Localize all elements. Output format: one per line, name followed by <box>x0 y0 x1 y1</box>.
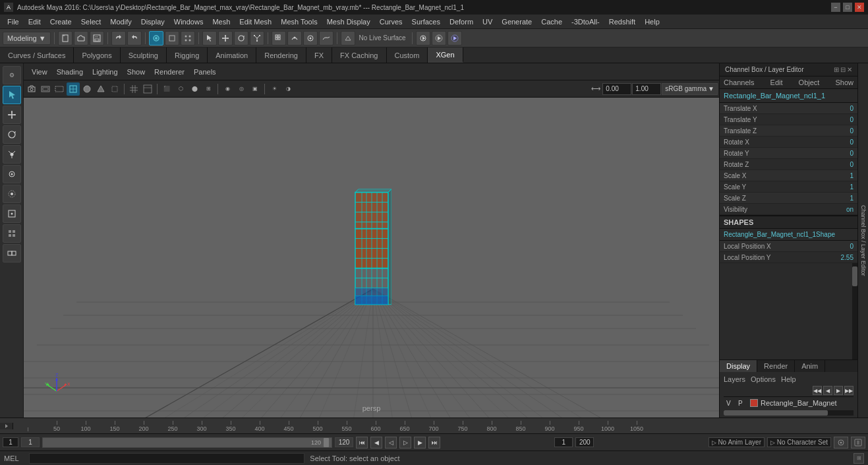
move-tool-button[interactable] <box>218 31 233 46</box>
select-component-button[interactable] <box>181 31 195 46</box>
cb-channels-menu[interactable]: Channels <box>724 78 754 86</box>
timeline-expand[interactable] <box>0 423 13 429</box>
vp-shading-menu[interactable]: Shading <box>53 67 87 77</box>
render-settings-button[interactable] <box>416 31 430 46</box>
vp-texture-icon[interactable]: ▣ <box>248 82 262 96</box>
menu-deform[interactable]: Deform <box>445 16 478 27</box>
layers-menu[interactable]: Layers <box>724 375 745 383</box>
panel-dock-icon[interactable]: ⊞ <box>834 66 839 73</box>
minimize-button[interactable]: − <box>831 3 840 12</box>
menu-help[interactable]: Help <box>640 16 664 27</box>
menu-edit[interactable]: Edit <box>24 16 45 27</box>
undo-button[interactable] <box>111 31 126 46</box>
cb-scrollbar[interactable] <box>852 263 857 359</box>
open-scene-button[interactable] <box>74 31 88 46</box>
vp-bounding-box-icon[interactable] <box>108 82 121 96</box>
new-scene-button[interactable] <box>58 31 72 46</box>
layer-nav-first[interactable]: ◀◀ <box>813 386 822 395</box>
select-tool-sidebar[interactable] <box>3 86 21 104</box>
soft-select-sidebar[interactable] <box>3 185 21 203</box>
tab-fx[interactable]: FX <box>306 47 332 63</box>
tab-fx-caching[interactable]: FX Caching <box>332 47 386 63</box>
last-tool-sidebar[interactable] <box>3 224 21 243</box>
live-surface-button[interactable] <box>341 31 355 46</box>
end-frame-input[interactable] <box>335 437 353 447</box>
snap-surface-button[interactable] <box>319 31 333 46</box>
range-start-input[interactable] <box>554 437 573 447</box>
render-button[interactable] <box>432 31 446 46</box>
menu-mesh[interactable]: Mesh <box>208 16 235 27</box>
menu-mesh-display[interactable]: Mesh Display <box>322 16 375 27</box>
menu-curves[interactable]: Curves <box>375 16 407 27</box>
tab-animation[interactable]: Animation <box>208 47 256 63</box>
panel-close-icon[interactable]: ✕ <box>847 66 852 73</box>
goto-start-button[interactable]: ⏮ <box>356 437 368 449</box>
layer-nav-prev[interactable]: ◀ <box>823 386 832 395</box>
vp-vertex-sel-icon[interactable]: ⬤ <box>188 82 201 96</box>
gamma-dropdown[interactable]: sRGB gamma ▼ <box>662 83 718 95</box>
brt-display-tab[interactable]: Display <box>720 360 757 372</box>
menu-select[interactable]: Select <box>76 16 106 27</box>
timeline-ruler[interactable]: 5010015020025030035040045050055060065070… <box>13 418 868 433</box>
vp-res-gate-icon[interactable] <box>53 82 66 96</box>
vp-uv-sel-icon[interactable]: ⊞ <box>202 82 215 96</box>
tab-curves-surfaces[interactable]: Curves / Surfaces <box>0 47 74 63</box>
menu-3dto-all[interactable]: -3DtoAll- <box>567 16 604 27</box>
layer-nav-next[interactable]: ▶ <box>834 386 843 395</box>
char-set-prefs-button[interactable] <box>851 437 865 449</box>
vp-field1-input[interactable] <box>602 83 631 95</box>
tab-rendering[interactable]: Rendering <box>256 47 306 63</box>
redo-button[interactable] <box>127 31 142 46</box>
vp-shadow-icon[interactable]: ◑ <box>281 82 295 96</box>
vp-wireframe-icon[interactable] <box>67 82 80 96</box>
menu-mesh-tools[interactable]: Mesh Tools <box>276 16 322 27</box>
menu-modify[interactable]: Modify <box>105 16 136 27</box>
range-end-input[interactable] <box>575 437 594 447</box>
cb-show-menu[interactable]: Show <box>835 78 854 86</box>
snap-curve-button[interactable] <box>287 31 302 46</box>
vp-edge-sel-icon[interactable]: ⬡ <box>174 82 187 96</box>
menu-cache[interactable]: Cache <box>536 16 567 27</box>
goto-end-button[interactable]: ⏭ <box>428 437 440 449</box>
vp-field2-input[interactable] <box>632 83 661 95</box>
scale-tool-button[interactable] <box>250 31 264 46</box>
vp-xray-icon[interactable]: ◎ <box>235 82 248 96</box>
vp-heads-up-icon[interactable] <box>141 82 154 96</box>
timeline-handle[interactable] <box>324 438 329 447</box>
menu-redshift[interactable]: Redshift <box>604 16 640 27</box>
cb-edit-menu[interactable]: Edit <box>770 78 783 86</box>
anim-layer-dropdown[interactable]: ▷ No Anim Layer <box>709 437 765 447</box>
menu-display[interactable]: Display <box>136 16 169 27</box>
settings-button[interactable]: ⚙ <box>3 66 21 84</box>
cb-scroll-thumb[interactable] <box>852 266 857 286</box>
play-forward-button[interactable]: ▷ <box>399 437 411 449</box>
vp-grid-icon[interactable] <box>127 82 140 96</box>
menu-create[interactable]: Create <box>45 16 76 27</box>
options-menu[interactable]: Options <box>751 375 776 383</box>
quick-layout-icon[interactable]: ⊞ <box>854 453 864 464</box>
play-back-button[interactable]: ◁ <box>385 437 397 449</box>
tab-rigging[interactable]: Rigging <box>167 47 208 63</box>
select-object-button[interactable] <box>165 31 179 46</box>
brt-anim-tab[interactable]: Anim <box>795 360 825 372</box>
show-manip-sidebar[interactable] <box>3 204 21 223</box>
tab-xgen[interactable]: XGen <box>428 47 463 63</box>
rotate-tool-sidebar[interactable] <box>3 125 21 144</box>
move-tool-sidebar[interactable] <box>3 106 21 124</box>
help-menu[interactable]: Help <box>781 375 796 383</box>
universal-manip-sidebar[interactable] <box>3 165 21 183</box>
select-tool-button[interactable] <box>202 31 217 46</box>
layer-playback-toggle[interactable]: P <box>738 400 747 407</box>
tab-polygons[interactable]: Polygons <box>74 47 120 63</box>
playback-prefs-button[interactable] <box>834 437 848 449</box>
vp-view-menu[interactable]: View <box>28 67 51 77</box>
layer-scroll-thumb[interactable] <box>724 410 828 416</box>
snap-point-button[interactable] <box>303 31 318 46</box>
rotate-tool-button[interactable] <box>234 31 248 46</box>
3d-viewport[interactable]: X Y Z persp <box>24 98 719 418</box>
vp-show-menu[interactable]: Show <box>123 67 150 77</box>
step-forward-button[interactable]: ▶ <box>414 437 426 449</box>
scale-tool-sidebar[interactable] <box>3 145 21 164</box>
menu-file[interactable]: File <box>3 16 24 27</box>
attribute-editor-tab[interactable]: Channel Box / Layer Editor <box>857 63 868 418</box>
